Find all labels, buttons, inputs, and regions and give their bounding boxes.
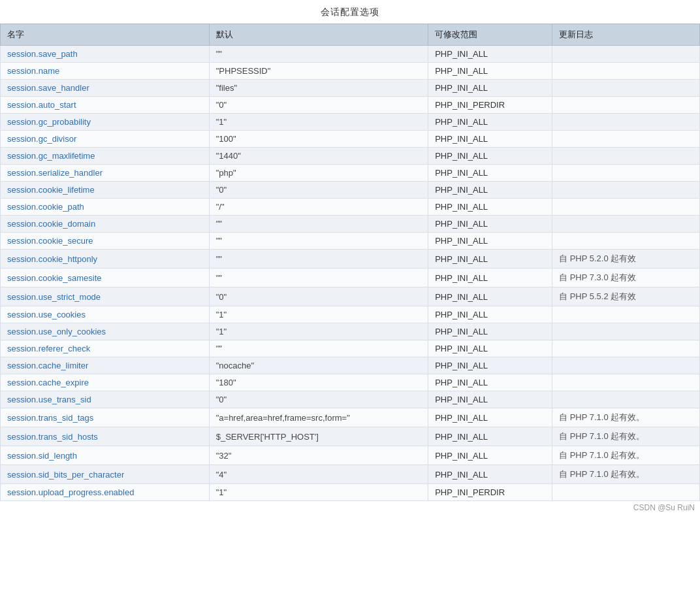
table-row: session.use_cookies"1"PHP_INI_ALL bbox=[1, 306, 700, 323]
session-config-default: "PHPSESSID" bbox=[209, 63, 428, 80]
table-row: session.gc_probability"1"PHP_INI_ALL bbox=[1, 114, 700, 131]
session-config-default: "" bbox=[209, 269, 428, 287]
table-row: session.referer_check""PHP_INI_ALL bbox=[1, 340, 700, 357]
session-config-changelog: 自 PHP 7.3.0 起有效 bbox=[552, 269, 700, 287]
session-config-name[interactable]: session.cookie_samesite bbox=[1, 269, 210, 287]
session-config-default: "180" bbox=[209, 374, 428, 391]
session-config-scope: PHP_INI_ALL bbox=[428, 46, 552, 63]
table-row: session.cookie_lifetime"0"PHP_INI_ALL bbox=[1, 182, 700, 199]
session-config-name[interactable]: session.trans_sid_hosts bbox=[1, 427, 210, 446]
table-row: session.save_handler"files"PHP_INI_ALL bbox=[1, 80, 700, 97]
session-config-scope: PHP_INI_ALL bbox=[428, 446, 552, 465]
session-config-scope: PHP_INI_ALL bbox=[428, 114, 552, 131]
session-config-default: "1" bbox=[209, 306, 428, 323]
session-config-default: "0" bbox=[209, 97, 428, 114]
table-row: session.upload_progress.enabled"1"PHP_IN… bbox=[1, 484, 700, 501]
session-config-default: "" bbox=[209, 216, 428, 233]
session-config-scope: PHP_INI_ALL bbox=[428, 408, 552, 427]
session-config-default: "0" bbox=[209, 391, 428, 408]
session-config-name[interactable]: session.referer_check bbox=[1, 340, 210, 357]
session-config-name[interactable]: session.cache_limiter bbox=[1, 357, 210, 374]
session-config-changelog bbox=[552, 46, 700, 63]
session-config-name[interactable]: session.save_handler bbox=[1, 80, 210, 97]
table-row: session.use_trans_sid"0"PHP_INI_ALL bbox=[1, 391, 700, 408]
session-config-scope: PHP_INI_PERDIR bbox=[428, 484, 552, 501]
session-config-changelog: 自 PHP 7.1.0 起有效。 bbox=[552, 408, 700, 427]
config-table: 名字 默认 可修改范围 更新日志 session.save_path""PHP_… bbox=[0, 24, 700, 501]
session-config-name[interactable]: session.save_path bbox=[1, 46, 210, 63]
session-config-changelog bbox=[552, 182, 700, 199]
session-config-name[interactable]: session.sid_length bbox=[1, 446, 210, 465]
session-config-name[interactable]: session.cookie_path bbox=[1, 199, 210, 216]
session-config-default: "" bbox=[209, 250, 428, 269]
table-row: session.cache_limiter"nocache"PHP_INI_AL… bbox=[1, 357, 700, 374]
session-config-name[interactable]: session.auto_start bbox=[1, 97, 210, 114]
table-row: session.trans_sid_hosts$_SERVER['HTTP_HO… bbox=[1, 427, 700, 446]
session-config-scope: PHP_INI_ALL bbox=[428, 148, 552, 165]
table-row: session.use_only_cookies"1"PHP_INI_ALL bbox=[1, 323, 700, 340]
session-config-changelog: 自 PHP 7.1.0 起有效。 bbox=[552, 446, 700, 465]
table-row: session.save_path""PHP_INI_ALL bbox=[1, 46, 700, 63]
session-config-default: "0" bbox=[209, 182, 428, 199]
session-config-changelog bbox=[552, 357, 700, 374]
session-config-default: "0" bbox=[209, 287, 428, 306]
session-config-changelog bbox=[552, 199, 700, 216]
session-config-changelog bbox=[552, 97, 700, 114]
session-config-changelog: 自 PHP 5.2.0 起有效 bbox=[552, 250, 700, 269]
session-config-name[interactable]: session.cookie_httponly bbox=[1, 250, 210, 269]
session-config-name[interactable]: session.use_strict_mode bbox=[1, 287, 210, 306]
session-config-scope: PHP_INI_ALL bbox=[428, 199, 552, 216]
session-config-default: "" bbox=[209, 340, 428, 357]
session-config-default: "files" bbox=[209, 80, 428, 97]
session-config-name[interactable]: session.trans_sid_tags bbox=[1, 408, 210, 427]
session-config-default: "1440" bbox=[209, 148, 428, 165]
table-row: session.serialize_handler"php"PHP_INI_AL… bbox=[1, 165, 700, 182]
table-row: session.cookie_httponly""PHP_INI_ALL自 PH… bbox=[1, 250, 700, 269]
table-row: session.gc_divisor"100"PHP_INI_ALL bbox=[1, 131, 700, 148]
session-config-name[interactable]: session.cookie_domain bbox=[1, 216, 210, 233]
session-config-changelog bbox=[552, 233, 700, 250]
session-config-default: "1" bbox=[209, 323, 428, 340]
session-config-name[interactable]: session.use_cookies bbox=[1, 306, 210, 323]
table-row: session.auto_start"0"PHP_INI_PERDIR bbox=[1, 97, 700, 114]
session-config-scope: PHP_INI_ALL bbox=[428, 391, 552, 408]
session-config-name[interactable]: session.name bbox=[1, 63, 210, 80]
session-config-default: "php" bbox=[209, 165, 428, 182]
table-row: session.gc_maxlifetime"1440"PHP_INI_ALL bbox=[1, 148, 700, 165]
session-config-changelog bbox=[552, 63, 700, 80]
session-config-changelog bbox=[552, 323, 700, 340]
session-config-changelog bbox=[552, 131, 700, 148]
session-config-name[interactable]: session.cookie_secure bbox=[1, 233, 210, 250]
table-row: session.sid_bits_per_character"4"PHP_INI… bbox=[1, 465, 700, 484]
session-config-changelog bbox=[552, 340, 700, 357]
session-config-changelog bbox=[552, 114, 700, 131]
session-config-default: "1" bbox=[209, 114, 428, 131]
session-config-changelog bbox=[552, 306, 700, 323]
session-config-scope: PHP_INI_ALL bbox=[428, 250, 552, 269]
session-config-scope: PHP_INI_ALL bbox=[428, 427, 552, 446]
session-config-scope: PHP_INI_ALL bbox=[428, 306, 552, 323]
session-config-default: "100" bbox=[209, 131, 428, 148]
session-config-name[interactable]: session.use_only_cookies bbox=[1, 323, 210, 340]
col-header-default: 默认 bbox=[209, 24, 428, 46]
session-config-changelog bbox=[552, 391, 700, 408]
watermark: CSDN @Su RuiN bbox=[0, 501, 700, 514]
session-config-name[interactable]: session.cache_expire bbox=[1, 374, 210, 391]
session-config-name[interactable]: session.upload_progress.enabled bbox=[1, 484, 210, 501]
session-config-name[interactable]: session.use_trans_sid bbox=[1, 391, 210, 408]
session-config-default: "/" bbox=[209, 199, 428, 216]
session-config-scope: PHP_INI_ALL bbox=[428, 269, 552, 287]
session-config-name[interactable]: session.cookie_lifetime bbox=[1, 182, 210, 199]
session-config-name[interactable]: session.gc_probability bbox=[1, 114, 210, 131]
session-config-changelog bbox=[552, 484, 700, 501]
session-config-name[interactable]: session.serialize_handler bbox=[1, 165, 210, 182]
session-config-name[interactable]: session.sid_bits_per_character bbox=[1, 465, 210, 484]
session-config-scope: PHP_INI_ALL bbox=[428, 323, 552, 340]
session-config-name[interactable]: session.gc_divisor bbox=[1, 131, 210, 148]
table-header-row: 名字 默认 可修改范围 更新日志 bbox=[1, 24, 700, 46]
table-row: session.cookie_path"/"PHP_INI_ALL bbox=[1, 199, 700, 216]
session-config-changelog: 自 PHP 5.5.2 起有效 bbox=[552, 287, 700, 306]
session-config-scope: PHP_INI_ALL bbox=[428, 165, 552, 182]
session-config-scope: PHP_INI_ALL bbox=[428, 287, 552, 306]
session-config-name[interactable]: session.gc_maxlifetime bbox=[1, 148, 210, 165]
